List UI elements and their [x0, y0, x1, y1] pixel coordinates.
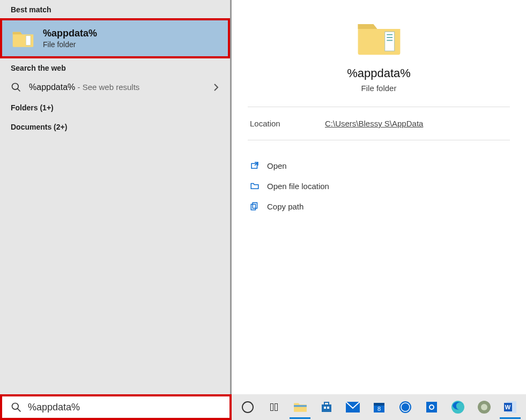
calendar-icon: 8 — [372, 400, 387, 415]
web-search-result[interactable]: %appdata% - See web results — [0, 77, 230, 98]
best-match-title: %appdata% — [43, 28, 97, 39]
svg-rect-17 — [327, 407, 329, 409]
file-explorer-icon — [293, 400, 308, 415]
svg-rect-14 — [322, 404, 331, 412]
folder-icon — [248, 12, 510, 66]
word-button[interactable]: W — [498, 395, 523, 419]
best-match-result[interactable]: %appdata% File folder — [0, 18, 230, 58]
copy-icon — [250, 201, 260, 211]
best-match-subtitle: File folder — [43, 40, 97, 49]
search-bar[interactable] — [0, 394, 232, 420]
copy-path-action[interactable]: Copy path — [248, 196, 510, 216]
calendar-button[interactable]: 8 — [366, 395, 391, 419]
search-results-panel: Best match %appdata% File folder Search … — [0, 0, 232, 394]
preview-title: %appdata% — [248, 66, 510, 80]
search-input[interactable] — [28, 402, 221, 413]
best-match-header: Best match — [0, 0, 230, 18]
chevron-right-icon — [213, 82, 219, 92]
mail-icon — [345, 400, 360, 415]
web-hint: - See web results — [75, 82, 139, 92]
camera-icon — [424, 400, 439, 415]
folder-open-icon — [250, 181, 260, 191]
open-label: Open — [267, 161, 287, 170]
svg-text:8: 8 — [377, 406, 380, 412]
location-value[interactable]: C:\Users\Blessy S\AppData — [325, 119, 423, 128]
svg-point-29 — [481, 404, 487, 410]
search-icon — [11, 402, 21, 412]
location-label: Location — [250, 119, 325, 128]
svg-line-2 — [18, 89, 20, 92]
taskbar: 8 W — [232, 394, 526, 420]
svg-rect-16 — [324, 407, 326, 409]
svg-rect-0 — [26, 35, 31, 45]
open-file-location-action[interactable]: Open file location — [248, 176, 510, 196]
open-action[interactable]: Open — [248, 155, 510, 176]
open-location-label: Open file location — [267, 182, 329, 191]
web-query: %appdata% — [29, 82, 75, 92]
task-view-button[interactable] — [261, 395, 286, 419]
dell-button[interactable] — [392, 395, 418, 419]
folders-filter[interactable]: Folders (1+) — [0, 98, 230, 117]
cortana-button[interactable] — [235, 395, 260, 419]
cortana-icon — [242, 401, 254, 413]
svg-text:W: W — [505, 404, 510, 410]
word-icon: W — [503, 400, 518, 415]
divider — [248, 140, 510, 140]
camera-button[interactable] — [419, 395, 444, 419]
edge-icon — [450, 400, 465, 415]
svg-point-11 — [12, 403, 19, 410]
svg-rect-10 — [251, 204, 255, 210]
copy-path-label: Copy path — [267, 202, 303, 211]
open-icon — [250, 161, 260, 170]
preview-panel: %appdata% File folder Location C:\Users\… — [232, 0, 526, 394]
documents-filter[interactable]: Documents (2+) — [0, 117, 230, 137]
svg-rect-9 — [253, 202, 257, 208]
location-row: Location C:\Users\Blessy S\AppData — [248, 116, 510, 131]
browser-icon — [477, 400, 492, 415]
svg-line-12 — [18, 409, 21, 412]
dell-icon — [398, 400, 413, 415]
task-view-icon — [270, 403, 278, 411]
folder-icon — [12, 29, 34, 48]
file-explorer-button[interactable] — [287, 395, 313, 419]
svg-rect-15 — [324, 402, 329, 405]
preview-subtitle: File folder — [248, 84, 510, 93]
store-button[interactable] — [314, 395, 339, 419]
edge-button[interactable] — [445, 395, 470, 419]
browser-button[interactable] — [471, 395, 497, 419]
web-header: Search the web — [0, 58, 230, 77]
store-icon — [319, 400, 334, 415]
svg-point-1 — [12, 84, 19, 90]
mail-button[interactable] — [340, 395, 365, 419]
svg-rect-13 — [294, 405, 307, 407]
divider — [248, 107, 510, 107]
search-icon — [11, 82, 21, 93]
svg-point-26 — [430, 406, 433, 409]
